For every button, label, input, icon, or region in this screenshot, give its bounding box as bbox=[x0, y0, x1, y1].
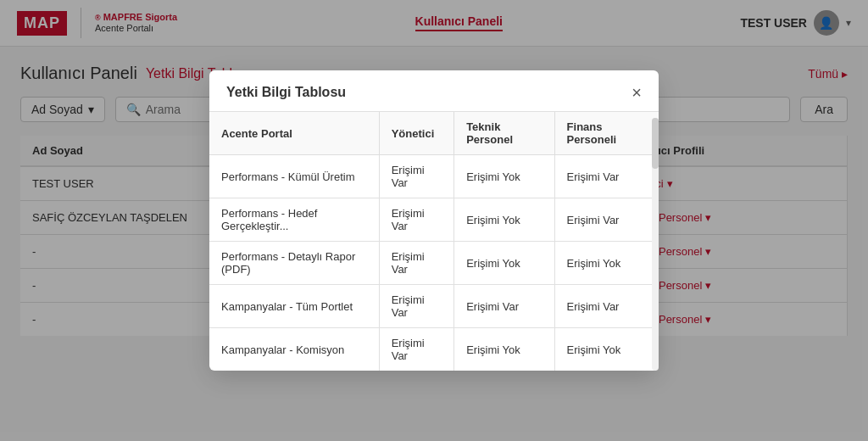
modal-col-acente_portal: Acente Portal bbox=[209, 112, 379, 155]
modal-table-row: Performans - Hedef Gerçekleştir...Erişim… bbox=[209, 198, 659, 242]
scrollbar-track bbox=[652, 118, 659, 353]
modal-table-row: Performans - Kümül ÜretimErişimi VarEriş… bbox=[209, 155, 659, 198]
modal-col-yonetici: Yönetici bbox=[379, 112, 453, 155]
modal-cell-yonetici: Erişimi Var bbox=[379, 328, 453, 354]
modal-cell-acente_portal: Performans - Kümül Üretim bbox=[209, 155, 379, 198]
modal-cell-finans_personeli: Erişimi Yok bbox=[554, 242, 659, 285]
modal-cell-yonetici: Erişimi Var bbox=[379, 242, 453, 285]
modal-cell-acente_portal: Performans - Detaylı Rapor (PDF) bbox=[209, 242, 379, 285]
modal-cell-teknik_personel: Erişimi Yok bbox=[454, 155, 554, 198]
modal-cell-acente_portal: Kampanyalar - Tüm Portlet bbox=[209, 285, 379, 328]
modal-cell-yonetici: Erişimi Var bbox=[379, 155, 453, 198]
scrollbar-thumb bbox=[652, 118, 659, 169]
modal-cell-finans_personeli: Erişimi Yok bbox=[554, 328, 659, 354]
modal-table-row: Kampanyalar - Tüm PortletErişimi VarEriş… bbox=[209, 285, 659, 328]
modal-overlay[interactable]: Yetki Bilgi Tablosu × Acente PortalYönet… bbox=[0, 0, 868, 353]
modal-cell-finans_personeli: Erişimi Var bbox=[554, 285, 659, 328]
modal-cell-teknik_personel: Erişimi Yok bbox=[454, 198, 554, 242]
modal-table-row: Performans - Detaylı Rapor (PDF)Erişimi … bbox=[209, 242, 659, 285]
modal-cell-teknik_personel: Erişimi Yok bbox=[454, 328, 554, 354]
modal-title: Yetki Bilgi Tablosu bbox=[226, 85, 346, 100]
yetki-modal: Yetki Bilgi Tablosu × Acente PortalYönet… bbox=[209, 70, 659, 353]
modal-body: Acente PortalYöneticiTeknik PersonelFina… bbox=[209, 112, 659, 353]
modal-table: Acente PortalYöneticiTeknik PersonelFina… bbox=[209, 112, 659, 353]
modal-cell-yonetici: Erişimi Var bbox=[379, 198, 453, 242]
modal-table-row: Kampanyalar - KomisyonErişimi VarErişimi… bbox=[209, 328, 659, 354]
modal-cell-finans_personeli: Erişimi Var bbox=[554, 155, 659, 198]
modal-cell-teknik_personel: Erişimi Var bbox=[454, 285, 554, 328]
modal-cell-yonetici: Erişimi Var bbox=[379, 285, 453, 328]
modal-cell-acente_portal: Kampanyalar - Komisyon bbox=[209, 328, 379, 354]
modal-col-teknik_personel: Teknik Personel bbox=[454, 112, 554, 155]
modal-close-button[interactable]: × bbox=[632, 84, 642, 101]
modal-col-finans_personeli: Finans Personeli bbox=[554, 112, 659, 155]
modal-cell-acente_portal: Performans - Hedef Gerçekleştir... bbox=[209, 198, 379, 242]
modal-cell-teknik_personel: Erişimi Yok bbox=[454, 242, 554, 285]
modal-header: Yetki Bilgi Tablosu × bbox=[209, 70, 659, 112]
modal-cell-finans_personeli: Erişimi Var bbox=[554, 198, 659, 242]
